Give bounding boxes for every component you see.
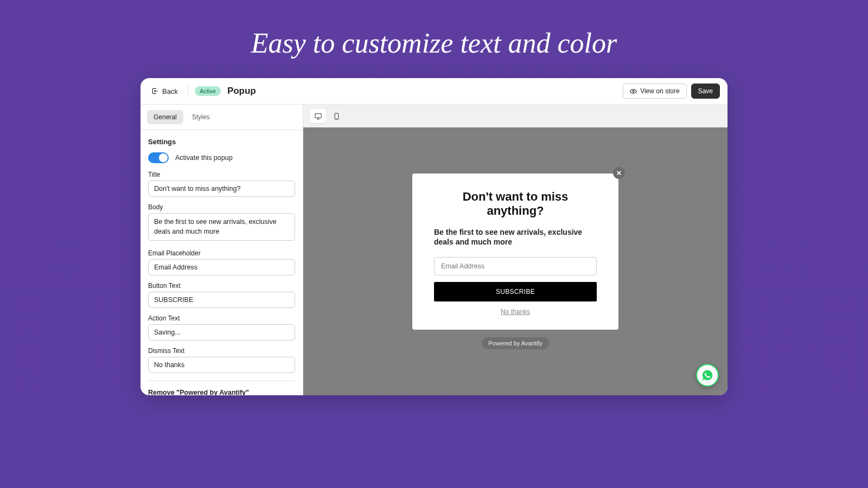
activate-toggle-label: Activate this popup (175, 154, 233, 162)
mobile-icon (333, 112, 341, 120)
desktop-icon (314, 112, 322, 120)
back-icon (151, 87, 159, 95)
preview-canvas: Don't want to miss anything? Be the firs… (303, 127, 727, 395)
sidebar: General Styles Settings Activate this po… (141, 105, 303, 395)
back-label: Back (162, 87, 178, 95)
tab-general[interactable]: General (147, 110, 183, 124)
popup-dismiss-link[interactable]: No thanks (434, 308, 597, 316)
divider (188, 85, 188, 97)
popup-close-button[interactable] (613, 167, 625, 179)
body-field-label: Body (148, 203, 295, 211)
popup-body: Be the first to see new arrivals, exclus… (434, 227, 597, 248)
page-title: Popup (227, 86, 256, 97)
svg-point-3 (336, 118, 336, 118)
hero-title: Easy to customize text and color (0, 0, 868, 78)
activate-toggle[interactable] (148, 152, 169, 163)
divider (148, 381, 295, 381)
body-textarea[interactable]: Be the first to see new arrivals, exclus… (148, 213, 295, 241)
device-tab-desktop[interactable] (310, 109, 326, 123)
topbar: Back Active Popup View on store Save (141, 78, 727, 105)
remove-branding-heading: Remove "Powered by Avantify" (148, 389, 295, 395)
title-input[interactable] (148, 181, 295, 197)
button-text-field-label: Button Text (148, 282, 295, 290)
device-tab-mobile[interactable] (328, 109, 344, 123)
save-button[interactable]: Save (691, 84, 720, 99)
view-on-store-button[interactable]: View on store (623, 84, 687, 99)
whatsapp-icon (701, 369, 713, 381)
title-field-label: Title (148, 171, 295, 178)
tab-styles[interactable]: Styles (186, 110, 216, 124)
back-button[interactable]: Back (148, 85, 181, 98)
email-ph-input[interactable] (148, 259, 295, 275)
popup-title: Don't want to miss anything? (434, 190, 597, 219)
action-text-field-label: Action Text (148, 314, 295, 322)
whatsapp-fab[interactable] (696, 364, 719, 387)
svg-point-0 (633, 90, 634, 92)
email-ph-field-label: Email Placeholder (148, 249, 295, 257)
button-text-input[interactable] (148, 292, 295, 308)
dismiss-text-field-label: Dismiss Text (148, 347, 295, 355)
sidebar-tabs: General Styles (141, 105, 303, 124)
popup-email-input[interactable] (434, 257, 597, 275)
view-label: View on store (640, 87, 680, 95)
action-text-input[interactable] (148, 324, 295, 341)
dismiss-text-input[interactable] (148, 357, 295, 373)
status-badge: Active (195, 86, 221, 96)
close-icon (616, 170, 622, 176)
popup-preview: Don't want to miss anything? Be the firs… (412, 174, 618, 330)
svg-rect-1 (315, 113, 321, 118)
eye-icon (630, 88, 637, 95)
powered-by-badge: Powered by Avantify (482, 337, 548, 349)
device-tabs (303, 105, 727, 127)
settings-heading: Settings (148, 138, 295, 146)
preview-area: Don't want to miss anything? Be the firs… (303, 105, 727, 395)
popup-subscribe-button[interactable]: SUBSCRIBE (434, 282, 597, 301)
app-window: Back Active Popup View on store Save Gen… (141, 78, 727, 395)
